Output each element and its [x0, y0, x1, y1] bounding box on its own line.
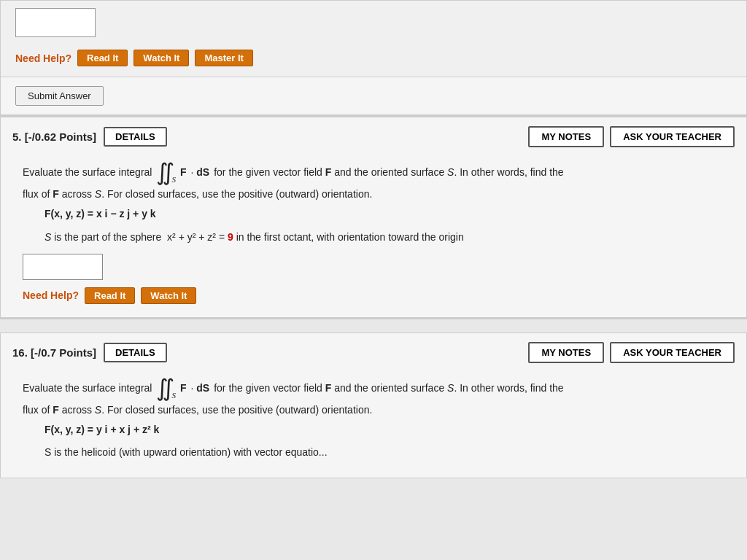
question-16-number: 16. [-/0.7 Points]: [12, 346, 96, 359]
ask-teacher-button-5[interactable]: ASK YOUR TEACHER: [610, 126, 735, 147]
watch-it-button-5[interactable]: Watch It: [141, 287, 196, 304]
dot-dS-5: · dS: [191, 166, 210, 178]
details-button-5[interactable]: DETAILS: [104, 127, 167, 147]
flux-line-16: flux of F across S. For closed surfaces,…: [23, 404, 724, 416]
question-5-body: Evaluate the surface integral ∬S F · dS …: [1, 153, 746, 317]
need-help-label-top: Need Help?: [15, 52, 71, 64]
highlight-9: 9: [228, 231, 233, 243]
equation-2-5: S is the part of the sphere x² + y² + z²…: [44, 229, 724, 246]
question-5-block: 5. [-/0.62 Points] DETAILS MY NOTES ASK …: [0, 117, 747, 318]
read-it-button-top[interactable]: Read It: [77, 50, 128, 66]
watch-it-button-top[interactable]: Watch It: [133, 50, 189, 66]
question-5-header-right: MY NOTES ASK YOUR TEACHER: [528, 126, 735, 147]
details-button-16[interactable]: DETAILS: [104, 343, 167, 362]
flux-text-16: flux of F across S. For closed surfaces,…: [23, 404, 372, 416]
top-strip: Need Help? Read It Watch It Master It: [1, 1, 746, 77]
need-help-label-5: Need Help?: [23, 289, 79, 301]
master-it-button-top[interactable]: Master It: [195, 50, 252, 66]
F-symbol-16: F: [180, 382, 187, 394]
answer-input-5[interactable]: [23, 254, 103, 280]
spacer: [0, 319, 747, 332]
question-16-header: 16. [-/0.7 Points] DETAILS MY NOTES ASK …: [1, 333, 746, 369]
question-5-integral-line: Evaluate the surface integral ∬S F · dS …: [23, 160, 724, 184]
page-wrapper: Need Help? Read It Watch It Master It Su…: [0, 0, 747, 478]
ask-teacher-button-16[interactable]: ASK YOUR TEACHER: [610, 342, 735, 363]
for-text-5: for the given vector field F and the ori…: [214, 166, 563, 178]
flux-line-5: flux of F across S. For closed surfaces,…: [23, 188, 724, 200]
equation-2-16: S is the helicoid (with upward orientati…: [44, 444, 724, 462]
question-5-header-left: 5. [-/0.62 Points] DETAILS: [12, 127, 167, 147]
need-help-row-5: Need Help? Read It Watch It: [23, 287, 724, 304]
evaluate-text-5: Evaluate the surface integral: [23, 166, 152, 178]
for-text-16: for the given vector field F and the ori…: [214, 382, 563, 394]
double-integral-5: ∬S: [156, 160, 176, 184]
top-section: Need Help? Read It Watch It Master It Su…: [0, 0, 747, 115]
answer-input-top[interactable]: [15, 8, 96, 37]
F-symbol-5: F: [180, 166, 187, 178]
dot-dS-16: · dS: [191, 382, 210, 394]
evaluate-text-16: Evaluate the surface integral: [23, 382, 152, 394]
need-help-row-top: Need Help? Read It Watch It Master It: [15, 50, 732, 66]
my-notes-button-16[interactable]: MY NOTES: [528, 342, 604, 363]
equation-1-5: F(x, y, z) = x i − z j + y k: [44, 206, 724, 223]
flux-text-5: flux of F across S. For closed surfaces,…: [23, 188, 372, 200]
question-16-integral-line: Evaluate the surface integral ∬S F · dS …: [23, 376, 724, 400]
equation-1-16: F(x, y, z) = y i + x j + z² k: [44, 421, 724, 439]
submit-answer-row: Submit Answer: [1, 77, 746, 114]
double-integral-16: ∬S: [156, 376, 176, 400]
question-5-number: 5. [-/0.62 Points]: [12, 131, 96, 143]
read-it-button-5[interactable]: Read It: [85, 287, 135, 304]
question-5-header: 5. [-/0.62 Points] DETAILS MY NOTES ASK …: [1, 117, 746, 153]
question-16-header-left: 16. [-/0.7 Points] DETAILS: [12, 343, 167, 362]
submit-answer-button[interactable]: Submit Answer: [15, 86, 104, 106]
my-notes-button-5[interactable]: MY NOTES: [528, 126, 604, 147]
question-16-header-right: MY NOTES ASK YOUR TEACHER: [528, 342, 735, 363]
question-16-block: 16. [-/0.7 Points] DETAILS MY NOTES ASK …: [0, 332, 747, 479]
question-16-body: Evaluate the surface integral ∬S F · dS …: [1, 369, 746, 478]
